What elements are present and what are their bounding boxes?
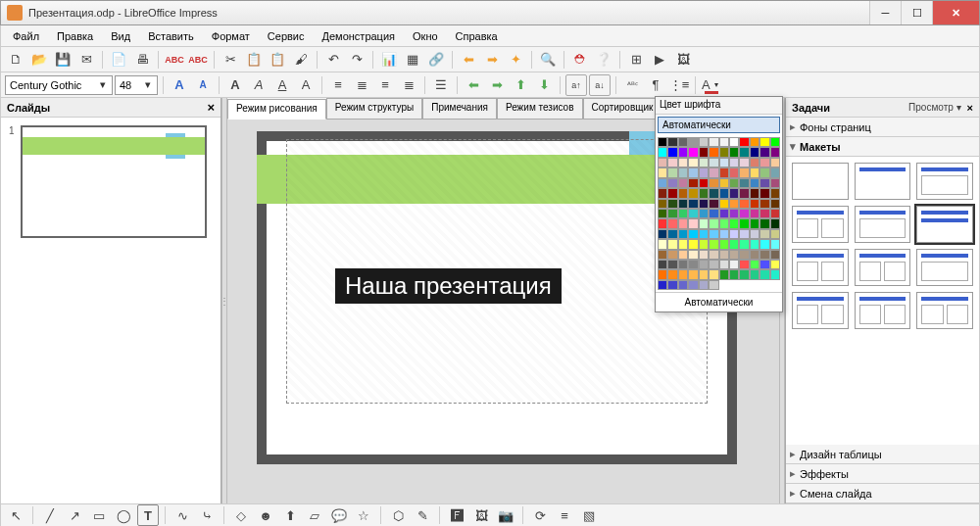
color-swatch[interactable] [688,269,698,279]
color-swatch[interactable] [709,147,718,157]
slide-thumbnail[interactable]: 1 [9,125,213,238]
color-swatch[interactable] [699,199,709,209]
color-swatch[interactable] [760,167,769,177]
menu-window[interactable]: Окно [405,28,446,44]
color-swatch[interactable] [667,260,677,269]
color-swatch[interactable] [729,209,739,218]
arrange-tool[interactable]: ▧ [578,504,600,526]
color-swatch[interactable] [770,269,780,279]
color-swatch[interactable] [709,269,718,279]
color-swatch[interactable] [667,229,677,239]
color-swatch[interactable] [729,188,739,198]
color-swatch[interactable] [719,250,729,260]
flowchart-tool[interactable]: ▱ [304,504,325,526]
color-swatch[interactable] [667,280,677,290]
italic-button[interactable]: A [248,74,270,96]
color-swatch[interactable] [709,209,718,218]
color-swatch[interactable] [667,209,677,218]
spellcheck-button[interactable]: ABC [164,49,185,71]
table-button[interactable]: ▦ [402,49,423,71]
color-swatch[interactable] [770,158,780,167]
color-swatch[interactable] [739,188,749,198]
bullets-dialog-button[interactable]: ⋮≡ [668,74,690,96]
fontwork-tool[interactable]: 🅵 [446,504,467,526]
color-swatch[interactable] [678,178,688,188]
color-swatch[interactable] [658,188,667,198]
color-swatch[interactable] [750,209,760,218]
bold-button[interactable]: A [224,74,246,96]
tab-outline[interactable]: Режим структуры [326,98,422,119]
block-arrows-tool[interactable]: ⬆ [279,504,301,526]
layout-9[interactable] [916,249,973,286]
color-swatch[interactable] [678,218,688,228]
color-swatch[interactable] [719,218,729,228]
color-swatch[interactable] [770,178,780,188]
color-swatch[interactable] [688,167,698,177]
color-swatch[interactable] [678,280,688,290]
section-table-design[interactable]: ▸Дизайн таблицы [786,445,979,464]
menu-edit[interactable]: Правка [49,28,101,44]
section-transition[interactable]: ▸Смена слайда [786,484,979,503]
layout-selected[interactable] [916,206,973,243]
color-swatch[interactable] [699,229,709,239]
color-swatch[interactable] [688,250,698,260]
color-swatch[interactable] [750,218,760,228]
color-swatch[interactable] [719,178,729,188]
increase-size-button[interactable]: A [169,74,190,96]
tasks-view-menu[interactable]: Просмотр ▾ [908,102,960,113]
color-auto-option[interactable]: Автоматически [658,117,780,133]
color-swatch[interactable] [719,229,729,239]
color-swatch[interactable] [658,199,667,209]
color-swatch[interactable] [729,269,739,279]
color-swatch[interactable] [688,260,698,269]
line-tool[interactable]: ╱ [39,504,61,526]
color-swatch[interactable] [739,218,749,228]
color-swatch[interactable] [760,178,769,188]
tasks-close[interactable]: × [967,102,973,114]
color-swatch[interactable] [699,137,709,147]
color-swatch[interactable] [678,269,688,279]
color-swatch[interactable] [678,188,688,198]
color-swatch[interactable] [739,147,749,157]
color-swatch[interactable] [709,229,718,239]
color-swatch[interactable] [709,199,718,209]
color-swatch[interactable] [729,178,739,188]
color-swatch[interactable] [770,167,780,177]
color-swatch[interactable] [709,280,718,290]
select-tool[interactable]: ↖ [5,504,26,526]
color-swatch[interactable] [699,250,709,260]
color-swatch[interactable] [667,250,677,260]
color-swatch[interactable] [719,239,729,249]
menu-format[interactable]: Формат [204,28,258,44]
font-size-select[interactable]: 48▾ [115,75,158,95]
layout-7[interactable] [792,249,849,286]
color-swatch[interactable] [658,178,667,188]
export-pdf-button[interactable]: 📄 [108,49,129,71]
color-swatch[interactable] [678,260,688,269]
bullets-button[interactable]: ☰ [430,74,452,96]
color-swatch[interactable] [658,250,667,260]
color-swatch[interactable] [667,158,677,167]
color-swatch[interactable] [750,199,760,209]
color-swatch[interactable] [729,260,739,269]
slide-show-button[interactable]: ▶ [649,49,670,71]
color-swatch[interactable] [750,229,760,239]
color-swatch[interactable] [688,147,698,157]
align-left-button[interactable]: ≡ [327,74,349,96]
color-swatch[interactable] [729,239,739,249]
zoom-button[interactable]: 🔍 [537,49,559,71]
section-effects[interactable]: ▸Эффекты [786,464,979,484]
color-swatch[interactable] [658,280,667,290]
layout-content-title[interactable] [855,206,911,243]
navigator-button[interactable]: ✦ [505,49,526,71]
color-swatch[interactable] [739,250,749,260]
color-swatch[interactable] [688,209,698,218]
color-swatch[interactable] [739,209,749,218]
color-swatch[interactable] [667,188,677,198]
color-swatch[interactable] [658,209,667,218]
menu-help[interactable]: Справка [448,28,506,44]
stars-tool[interactable]: ☆ [353,504,374,526]
color-swatch[interactable] [770,229,780,239]
gluepoints-tool[interactable]: ✎ [412,504,433,526]
color-swatch[interactable] [709,239,718,249]
